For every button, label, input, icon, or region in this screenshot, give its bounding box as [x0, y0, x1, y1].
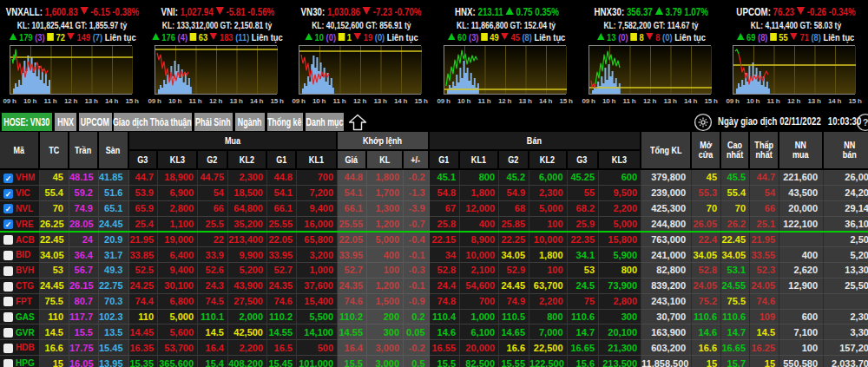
svg-text:?: ? [863, 117, 868, 128]
